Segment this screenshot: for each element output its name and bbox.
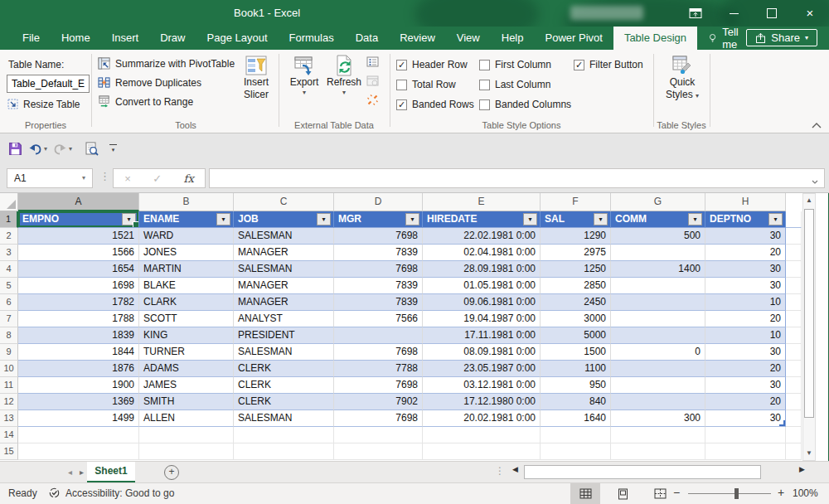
column-header-D[interactable]: D — [334, 193, 423, 211]
cell-A1[interactable]: EMPNO▾ — [18, 211, 139, 228]
undo-button[interactable]: ▾ — [28, 143, 47, 156]
filter-button[interactable]: ▾ — [594, 213, 608, 225]
cell-G10[interactable] — [611, 361, 705, 377]
cell-H14[interactable] — [705, 427, 786, 443]
sheet-tab-sheet1[interactable]: Sheet1 — [87, 462, 135, 482]
row-header-14[interactable]: 14 — [0, 427, 18, 443]
cell-H1[interactable]: DEPTNO▾ — [705, 211, 786, 228]
cell-E8[interactable]: 17.11.1981 0:00 — [423, 327, 541, 344]
ribbon-tab-home[interactable]: Home — [51, 27, 101, 50]
cell-C7[interactable]: ANALYST — [234, 311, 334, 327]
ribbon-tab-help[interactable]: Help — [491, 27, 535, 50]
checkbox-banded-columns[interactable]: Banded Columns — [479, 98, 571, 111]
cell-E1[interactable]: HIREDATE▾ — [423, 211, 541, 228]
cell-B7[interactable]: SCOTT — [139, 311, 234, 327]
export-button[interactable]: Export ▾ — [285, 55, 323, 96]
zoom-in-button[interactable]: + — [778, 486, 784, 499]
ribbon-tab-formulas[interactable]: Formulas — [279, 27, 345, 50]
column-header-A[interactable]: A — [18, 193, 139, 211]
next-sheet-icon[interactable]: ▸ — [80, 462, 84, 482]
cell-F15[interactable] — [541, 443, 611, 460]
cell-A10[interactable]: 1876 — [18, 361, 139, 377]
unlink-button[interactable] — [366, 94, 379, 106]
cell-G4[interactable]: 1400 — [611, 261, 705, 278]
accessibility-status[interactable]: Accessibility: Good to go — [48, 487, 174, 499]
cell-F4[interactable]: 1250 — [541, 261, 611, 278]
cell-E10[interactable]: 23.05.1987 0:00 — [423, 361, 541, 377]
cell-I5[interactable] — [786, 278, 802, 294]
enter-icon[interactable]: ✓ — [153, 172, 162, 185]
cell-I7[interactable] — [786, 311, 802, 327]
cell-H13[interactable]: 30 — [705, 410, 786, 427]
select-all-corner[interactable] — [0, 193, 18, 211]
cell-F9[interactable]: 1500 — [541, 344, 611, 361]
insert-slicer-button[interactable]: Insert Slicer — [235, 55, 277, 101]
cell-G5[interactable] — [611, 278, 705, 294]
row-header-3[interactable]: 3 — [0, 245, 18, 261]
cell-E12[interactable]: 17.12.1980 0:00 — [423, 394, 541, 410]
print-preview-button[interactable] — [85, 142, 99, 156]
cell-H2[interactable]: 30 — [705, 228, 786, 245]
cell-C3[interactable]: MANAGER — [234, 245, 334, 261]
cell-C1[interactable]: JOB▾ — [234, 211, 334, 228]
filter-button[interactable]: ▾ — [405, 213, 419, 225]
column-header-F[interactable]: F — [541, 193, 611, 211]
insert-function-button[interactable]: fx — [184, 172, 194, 185]
cell-B6[interactable]: CLARK — [139, 294, 234, 311]
ribbon-tab-table-design[interactable]: Table Design — [613, 27, 697, 50]
cell-C15[interactable] — [234, 443, 334, 460]
cell-H8[interactable]: 10 — [705, 327, 786, 344]
table-resize-handle[interactable] — [779, 420, 785, 426]
scrollbar-resize-handle[interactable]: ⋮ — [495, 465, 505, 477]
checkbox-header-row[interactable]: ✓Header Row — [396, 58, 474, 71]
cell-B3[interactable]: JONES — [139, 245, 234, 261]
convert-to-range-button[interactable]: Convert to Range — [98, 94, 235, 109]
cell-F11[interactable]: 950 — [541, 377, 611, 394]
cell-F6[interactable]: 2450 — [541, 294, 611, 311]
cell-E14[interactable] — [423, 427, 541, 443]
row-header-15[interactable]: 15 — [0, 443, 18, 460]
row-header-2[interactable]: 2 — [0, 228, 18, 245]
scroll-left-icon[interactable]: ◀ — [512, 465, 518, 473]
cell-D12[interactable]: 7902 — [334, 394, 423, 410]
cell-E9[interactable]: 08.09.1981 0:00 — [423, 344, 541, 361]
cell-C10[interactable]: CLERK — [234, 361, 334, 377]
row-header-6[interactable]: 6 — [0, 294, 18, 311]
ribbon-tab-insert[interactable]: Insert — [101, 27, 150, 50]
cell-C8[interactable]: PRESIDENT — [234, 327, 334, 344]
cell-G12[interactable] — [611, 394, 705, 410]
cell-B15[interactable] — [139, 443, 234, 460]
cell-F13[interactable]: 1640 — [541, 410, 611, 427]
page-layout-view-button[interactable] — [608, 483, 638, 504]
cell-E15[interactable] — [423, 443, 541, 460]
checkbox-total-row[interactable]: Total Row — [396, 78, 474, 91]
checkbox-last-column[interactable]: Last Column — [479, 78, 571, 91]
cell-D13[interactable]: 7698 — [334, 410, 423, 427]
cell-F5[interactable]: 2850 — [541, 278, 611, 294]
cell-B14[interactable] — [139, 427, 234, 443]
cell-H12[interactable]: 20 — [705, 394, 786, 410]
cell-H6[interactable]: 10 — [705, 294, 786, 311]
cancel-icon[interactable]: × — [124, 172, 131, 185]
cell-H7[interactable]: 20 — [705, 311, 786, 327]
cell-G7[interactable] — [611, 311, 705, 327]
page-break-preview-button[interactable] — [645, 483, 675, 504]
cell-D1[interactable]: MGR▾ — [334, 211, 423, 228]
cell-D11[interactable]: 7698 — [334, 377, 423, 394]
cell-C5[interactable]: MANAGER — [234, 278, 334, 294]
zoom-out-button[interactable]: − — [673, 486, 680, 499]
cell-A4[interactable]: 1654 — [18, 261, 139, 278]
cell-G13[interactable]: 300 — [611, 410, 705, 427]
cell-A11[interactable]: 1900 — [18, 377, 139, 394]
cell-D15[interactable] — [334, 443, 423, 460]
zoom-slider-thumb[interactable] — [734, 488, 739, 499]
previous-sheet-icon[interactable]: ◂ — [68, 462, 72, 482]
chevron-down-icon[interactable]: ▾ — [69, 145, 72, 153]
cell-B9[interactable]: TURNER — [139, 344, 234, 361]
column-header-H[interactable]: H — [705, 193, 786, 211]
collapse-ribbon-button[interactable] — [812, 122, 822, 128]
expand-formula-bar-icon[interactable] — [811, 173, 819, 191]
resize-table-button[interactable]: Resize Table — [7, 98, 80, 110]
ribbon-tab-page-layout[interactable]: Page Layout — [196, 27, 279, 50]
cell-A8[interactable]: 1839 — [18, 327, 139, 344]
